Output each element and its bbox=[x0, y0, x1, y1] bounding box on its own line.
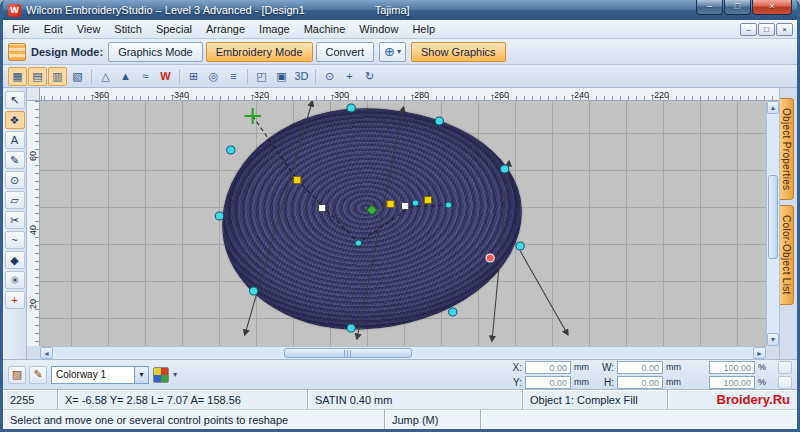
selection-handle[interactable] bbox=[347, 104, 355, 112]
separator[interactable] bbox=[179, 69, 180, 84]
control-point[interactable] bbox=[318, 205, 325, 212]
doc-minimize-button[interactable]: – bbox=[740, 23, 757, 36]
scissors-tool[interactable]: ✂ bbox=[5, 211, 25, 229]
tatami-fill-icon[interactable]: ▥ bbox=[48, 67, 67, 86]
doc-close-button[interactable]: × bbox=[776, 23, 793, 36]
menu-item[interactable]: Image bbox=[252, 21, 297, 37]
colorway-editor-icon[interactable]: ▨ bbox=[8, 366, 26, 384]
pen-tool[interactable]: ✎ bbox=[5, 151, 25, 169]
embroidery-mode-button[interactable]: Embroidery Mode bbox=[206, 42, 313, 62]
separator[interactable] bbox=[91, 69, 92, 84]
stitch-angle-arrow[interactable] bbox=[357, 109, 403, 337]
menu-item[interactable]: Special bbox=[149, 21, 199, 37]
horizontal-scrollbar[interactable]: ◄ ► bbox=[40, 346, 766, 359]
3d-view-icon[interactable]: 3D bbox=[292, 67, 311, 86]
scroll-down-button[interactable]: ▼ bbox=[767, 333, 779, 346]
menu-item[interactable]: Stitch bbox=[107, 21, 149, 37]
colorway-select[interactable]: Colorway 1 ▾ bbox=[51, 366, 149, 384]
overview-window-icon[interactable]: ◰ bbox=[252, 67, 271, 86]
tab-color-object-list[interactable]: Color-Object List bbox=[780, 205, 794, 305]
control-point[interactable] bbox=[355, 240, 361, 246]
selection-handle[interactable] bbox=[500, 165, 508, 173]
selection-handle[interactable] bbox=[516, 242, 524, 250]
field-input[interactable]: 0.00 bbox=[617, 361, 663, 374]
selection-handle[interactable] bbox=[435, 117, 443, 125]
field-input[interactable]: 100.00 bbox=[709, 376, 755, 389]
aspect-lock-button[interactable] bbox=[778, 361, 792, 374]
color-film-icon[interactable]: ▣ bbox=[272, 67, 291, 86]
star-tool[interactable]: ✳ bbox=[5, 271, 25, 289]
stitch-start-marker[interactable] bbox=[367, 205, 377, 215]
selection-handle[interactable] bbox=[449, 308, 457, 316]
run-stitch-tool[interactable]: ~ bbox=[5, 231, 25, 249]
control-point[interactable] bbox=[401, 203, 408, 210]
menu-item[interactable]: Window bbox=[352, 21, 405, 37]
maximize-button[interactable]: □ bbox=[724, 0, 751, 15]
stitch-angle-arrow[interactable] bbox=[492, 163, 509, 339]
menu-item[interactable]: Arrange bbox=[199, 21, 252, 37]
zoom-icon[interactable]: ⊙ bbox=[320, 67, 339, 86]
selection-handle[interactable] bbox=[347, 324, 355, 332]
scroll-left-button[interactable]: ◄ bbox=[40, 347, 53, 359]
stitch-end-marker[interactable] bbox=[486, 254, 494, 262]
pattern-stitch-icon[interactable]: ▦ bbox=[8, 67, 27, 86]
hoop-globe-button[interactable]: ⊕ ▾ bbox=[379, 42, 406, 62]
control-point[interactable] bbox=[424, 197, 431, 204]
stitch-angle-arrow[interactable] bbox=[245, 103, 311, 333]
selection-handle[interactable] bbox=[227, 146, 235, 154]
control-point[interactable] bbox=[387, 201, 394, 208]
convert-button[interactable]: Convert bbox=[316, 42, 375, 62]
add-node-tool[interactable]: + bbox=[5, 291, 25, 309]
menu-item[interactable]: Help bbox=[405, 21, 442, 37]
aspect-lock-button[interactable] bbox=[778, 376, 792, 389]
scroll-up-button[interactable]: ▲ bbox=[767, 101, 779, 114]
motif-fill-icon[interactable]: ▧ bbox=[68, 67, 87, 86]
smooth-join-icon[interactable]: ▲ bbox=[116, 67, 135, 86]
control-point[interactable] bbox=[446, 202, 452, 208]
satin-fill-icon[interactable]: ▤ bbox=[28, 67, 47, 86]
scroll-right-button[interactable]: ► bbox=[753, 347, 766, 359]
wave-effect-icon[interactable]: ≈ bbox=[136, 67, 155, 86]
zoom-tool[interactable]: ⊙ bbox=[5, 171, 25, 189]
minimize-button[interactable]: – bbox=[696, 0, 723, 15]
entry-point-marker[interactable] bbox=[244, 108, 261, 124]
auto-corner-icon[interactable]: △ bbox=[96, 67, 115, 86]
selection-handle[interactable] bbox=[215, 212, 223, 220]
menu-item[interactable]: Edit bbox=[37, 21, 70, 37]
vertical-scrollbar[interactable]: ▲ ▼ bbox=[766, 101, 779, 346]
redraw-icon[interactable]: ↻ bbox=[360, 67, 379, 86]
menu-item[interactable]: File bbox=[5, 21, 37, 37]
field-input[interactable]: 0.00 bbox=[525, 376, 571, 389]
field-input[interactable]: 0.00 bbox=[525, 361, 571, 374]
outline-tool[interactable]: ▱ bbox=[5, 191, 25, 209]
ruler-icon[interactable]: ≡ bbox=[224, 67, 243, 86]
vertical-scroll-track[interactable] bbox=[767, 114, 779, 333]
menu-item[interactable]: View bbox=[70, 21, 108, 37]
vertical-scroll-thumb[interactable] bbox=[768, 175, 778, 259]
color-wheel-icon[interactable] bbox=[153, 367, 169, 383]
edit-color-icon[interactable]: ✎ bbox=[29, 366, 47, 384]
tab-object-properties[interactable]: Object Properties bbox=[780, 98, 794, 200]
show-graphics-button[interactable]: Show Graphics bbox=[411, 42, 506, 62]
control-point[interactable] bbox=[412, 200, 418, 206]
select-tool[interactable]: ↖ bbox=[5, 91, 25, 109]
graphics-mode-button[interactable]: Graphics Mode bbox=[108, 42, 203, 62]
horizontal-scroll-track[interactable] bbox=[53, 347, 753, 359]
hoop-icon[interactable]: ◎ bbox=[204, 67, 223, 86]
separator[interactable] bbox=[315, 69, 316, 84]
chevron-down-icon[interactable]: ▾ bbox=[173, 370, 177, 379]
separator[interactable] bbox=[247, 69, 248, 84]
fill-stitch-tool[interactable]: ◆ bbox=[5, 251, 25, 269]
reshape-tool[interactable]: ❖ bbox=[5, 111, 25, 129]
stitch-angle-arrow[interactable] bbox=[520, 251, 567, 333]
job-icon[interactable] bbox=[8, 43, 26, 61]
menu-item[interactable]: Machine bbox=[297, 21, 353, 37]
field-input[interactable]: 0.00 bbox=[617, 376, 663, 389]
doc-restore-button[interactable]: □ bbox=[758, 23, 775, 36]
selection-handle[interactable] bbox=[250, 287, 258, 295]
grid-icon[interactable]: ⊞ bbox=[184, 67, 203, 86]
design-canvas[interactable] bbox=[40, 101, 766, 346]
chevron-down-icon[interactable]: ▾ bbox=[134, 367, 148, 383]
field-input[interactable]: 100.00 bbox=[709, 361, 755, 374]
control-point[interactable] bbox=[294, 177, 301, 184]
